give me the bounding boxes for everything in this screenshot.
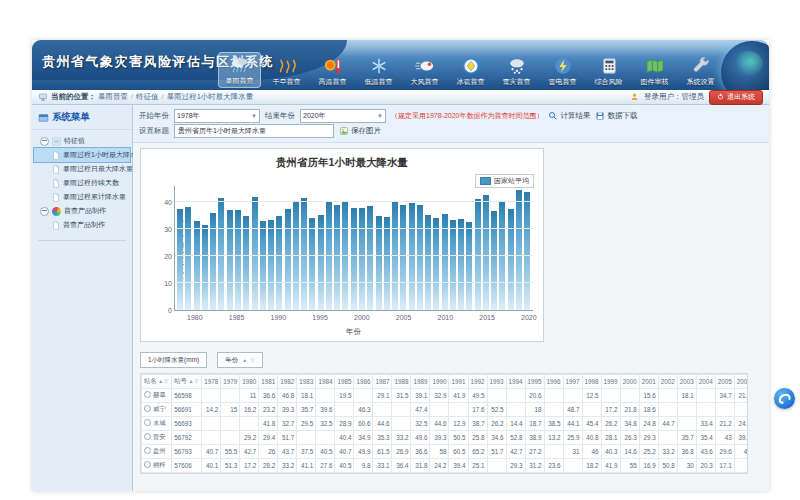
nav-item-map[interactable]: 图件审核 [634, 54, 675, 88]
bar-2009[interactable] [433, 218, 439, 310]
breadcrumb-link[interactable]: 特征值 [136, 92, 159, 101]
bar-1979[interactable] [185, 207, 191, 310]
bar-1983[interactable] [218, 198, 224, 310]
bar-1999[interactable] [351, 208, 357, 310]
tree-group-特征值[interactable]: 特征值 [34, 134, 130, 148]
bar-1984[interactable] [227, 210, 233, 310]
value-cell: 29.2 [240, 431, 259, 445]
nav-item-snow[interactable]: 雪灾普查 [496, 54, 537, 88]
bar-1993[interactable] [301, 198, 307, 310]
sidebar-item[interactable]: 普查产品制作 [34, 218, 130, 232]
bar-1989[interactable] [268, 220, 274, 310]
value-cell: 27.6 [316, 459, 335, 473]
breadcrumb-link[interactable]: 暴雨普查 [98, 92, 128, 101]
value-cell: 50.8 [658, 459, 677, 473]
bar-2003[interactable] [384, 217, 390, 310]
row-radio[interactable] [144, 419, 151, 426]
bar-2013[interactable] [466, 222, 472, 310]
row-radio[interactable] [144, 447, 151, 454]
year-sort-filter[interactable]: 年份▲ ▽ [217, 352, 263, 368]
row-radio[interactable] [144, 461, 151, 468]
station-id-cell: 56691 [172, 403, 202, 417]
nav-item-wind[interactable]: 大风普查 [404, 54, 445, 88]
sort-icons[interactable]: ▲▽ [158, 378, 169, 384]
bar-2007[interactable] [417, 205, 423, 310]
bar-2008[interactable] [425, 215, 431, 310]
bar-2020[interactable] [524, 192, 530, 310]
chart-plot: 1小时降水量（mm） 010203040 [174, 186, 533, 311]
bar-2004[interactable] [392, 202, 398, 310]
bar-2011[interactable] [450, 220, 456, 310]
value-cell: 15 [221, 403, 240, 417]
bar-1985[interactable] [235, 210, 241, 310]
sidebar-item[interactable]: 暴雨过程累计降水量 [34, 190, 130, 204]
bar-1997[interactable] [334, 205, 340, 310]
metric-filter[interactable]: 1小时降水量(mm) [140, 352, 207, 368]
value-cell: 44.1 [563, 417, 582, 431]
bar-2006[interactable] [409, 203, 415, 310]
nav-item-label: 低温普查 [365, 77, 393, 87]
bar-1994[interactable] [309, 218, 315, 310]
bar-2018[interactable] [508, 209, 514, 310]
start-year-select[interactable]: 1978年▼ [174, 109, 260, 123]
year-column-header: 1990 [430, 375, 449, 389]
save-image-button[interactable]: 保存图片 [339, 126, 381, 136]
nav-item-lightning[interactable]: 雷电普查 [542, 54, 583, 88]
chart-legend[interactable]: 国家站平均 [475, 174, 534, 188]
nav-item-hightemp[interactable]: 高温普查 [312, 54, 353, 88]
column-header-站号[interactable]: 站号 ▲▽ [172, 375, 202, 389]
x-tick-label: 2015 [479, 314, 495, 321]
bar-2016[interactable] [491, 211, 497, 310]
nav-item-drought[interactable]: 干旱普查 [266, 54, 307, 88]
bar-1990[interactable] [276, 216, 282, 310]
value-cell: 33.2 [278, 459, 297, 473]
calculate-button[interactable]: 计算结果 [548, 111, 590, 121]
breadcrumb-link[interactable]: 暴雨过程1小时最大降水量 [167, 92, 254, 101]
sidebar-item[interactable]: 暴雨过程1小时最大降水量 [34, 148, 130, 162]
bar-2005[interactable] [400, 205, 406, 310]
bar-1987[interactable] [252, 197, 258, 310]
value-cell: 33.2 [392, 431, 411, 445]
tree-toggle-icon[interactable] [40, 207, 49, 216]
row-radio[interactable] [144, 433, 151, 440]
value-cell: 18.1 [677, 389, 696, 403]
value-cell: 25.1 [468, 459, 487, 473]
bar-1996[interactable] [326, 202, 332, 310]
logout-button[interactable]: 退出系统 [709, 90, 763, 105]
bar-1988[interactable] [260, 221, 266, 310]
bar-1981[interactable] [202, 225, 208, 310]
tree-group-普查产品制作[interactable]: 普查产品制作 [34, 204, 130, 218]
bar-2019[interactable] [516, 190, 522, 310]
bar-2001[interactable] [367, 206, 373, 310]
nav-item-settings[interactable]: 系统设置 [680, 54, 721, 88]
sidebar-item[interactable]: 暴雨过程持续天数 [34, 176, 130, 190]
nav-item-lowtemp[interactable]: 低温普查 [358, 54, 399, 88]
bar-1980[interactable] [194, 221, 200, 310]
column-header-站名[interactable]: 站名 ▲▽ [142, 375, 172, 389]
floating-plugin-icon[interactable] [774, 388, 795, 409]
bar-2000[interactable] [359, 208, 365, 310]
value-cell: 33.1 [373, 459, 392, 473]
menu-icon [38, 113, 49, 123]
bar-1986[interactable] [243, 216, 249, 310]
chart-title-input[interactable]: 贵州省历年1小时最大降水量 [174, 124, 334, 138]
row-radio[interactable] [144, 391, 151, 398]
sort-icons[interactable]: ▲▽ [188, 378, 199, 384]
data-download-button[interactable]: 数据下载 [595, 111, 637, 121]
nav-item-risk[interactable]: 综合风险 [588, 54, 629, 88]
sidebar-item[interactable]: 暴雨过程日最大降水量 [34, 162, 130, 176]
row-radio[interactable] [144, 405, 151, 412]
year-column-header: 1995 [525, 375, 544, 389]
bar-2012[interactable] [458, 219, 464, 310]
bar-2015[interactable] [483, 195, 489, 310]
bar-1995[interactable] [318, 215, 324, 310]
tree-toggle-icon[interactable] [40, 137, 49, 146]
sort-icons[interactable]: ▲ ▽ [242, 357, 255, 363]
nav-item-hail[interactable]: 冰雹普查 [450, 54, 491, 88]
bar-1991[interactable] [285, 209, 291, 310]
nav-item-rainstorm[interactable]: 暴雨普查 [218, 52, 261, 88]
end-year-select[interactable]: 2020年▼ [300, 109, 386, 123]
station-id-cell: 56598 [172, 389, 202, 403]
bar-1978[interactable] [177, 209, 183, 310]
bar-2002[interactable] [376, 216, 382, 310]
